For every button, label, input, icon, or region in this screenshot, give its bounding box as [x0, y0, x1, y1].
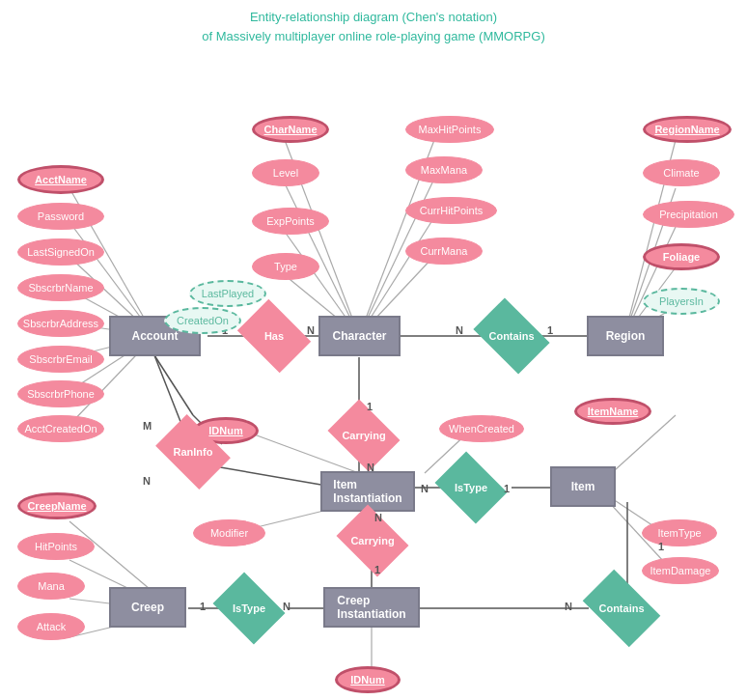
card-raninfo-n: N — [143, 475, 151, 487]
attr-attack: Attack — [17, 613, 85, 640]
card-contains-char: N — [456, 324, 463, 336]
attr-level: Level — [252, 159, 319, 186]
card-istype-creep-n: N — [283, 601, 290, 612]
attr-sbscremail: SbscrbrEmail — [17, 346, 104, 373]
attr-lastsignedon: LastSignedOn — [17, 238, 104, 266]
attr-foliage: Foliage — [643, 243, 720, 270]
attr-itemdamage: ItemDamage — [642, 557, 719, 584]
rel-has: Has — [244, 314, 304, 358]
rel-contains-creep: Contains — [589, 586, 654, 630]
card-contains-creep-1: 1 — [658, 541, 664, 552]
attr-acctcreatedon: AcctCreatedOn — [17, 415, 104, 442]
attr-password: Password — [17, 203, 104, 230]
rel-carrying-char: Carrying — [335, 413, 393, 458]
card-istype-creep-1: 1 — [200, 601, 206, 612]
rel-carrying-creep: Carrying — [344, 518, 401, 563]
attr-sbscrphone: SbscrbrPhone — [17, 380, 104, 407]
card-contains-region: 1 — [547, 324, 553, 336]
entity-character: Character — [318, 316, 401, 356]
attr-playersin: PlayersIn — [643, 288, 720, 315]
diagram-title: Entity-relationship diagram (Chen's nota… — [0, 0, 747, 45]
card-carrying-char-1: 1 — [367, 401, 373, 412]
card-carrying-creep-n: N — [374, 512, 382, 523]
attr-sbscraddress: SbscrbrAddress — [17, 310, 104, 337]
attr-exppoints: ExpPoints — [252, 208, 329, 235]
attr-maxhitpoints: MaxHitPoints — [405, 116, 494, 143]
card-has-character: N — [307, 324, 315, 336]
attr-type: Type — [252, 253, 319, 280]
attr-createdon: CreatedOn — [164, 307, 241, 334]
rel-raninfo: RanInfo — [162, 430, 224, 474]
diagram-container: Entity-relationship diagram (Chen's nota… — [0, 0, 747, 700]
rel-contains-region: Contains — [480, 314, 543, 358]
attr-modifier: Modifier — [193, 519, 265, 546]
card-carrying-creep-1: 1 — [374, 564, 380, 575]
card-istype-item-n: N — [421, 483, 429, 494]
svg-line-36 — [154, 355, 193, 415]
attr-sbscrname: SbscrbrName — [17, 274, 104, 301]
attr-precipitation: Precipitation — [643, 201, 734, 228]
card-istype-item-1: 1 — [504, 483, 510, 494]
attr-climate: Climate — [643, 159, 720, 186]
card-raninfo-m: M — [143, 420, 152, 432]
entity-item: Item — [550, 466, 616, 507]
rel-istype-item: IsType — [442, 465, 500, 510]
attr-mana: Mana — [17, 573, 85, 600]
attr-itemtype: ItemType — [642, 519, 717, 546]
entity-creep-instantiation: Creep Instantiation — [323, 587, 420, 628]
attr-itemname: ItemName — [574, 398, 651, 425]
attr-hitpoints: HitPoints — [17, 533, 95, 560]
attr-lastplayed: LastPlayed — [189, 280, 266, 307]
attr-regionname: RegionName — [643, 116, 732, 143]
attr-acctname: AcctName — [17, 165, 104, 194]
rel-istype-creep: IsType — [220, 586, 278, 630]
attr-creepname: CreepName — [17, 492, 97, 519]
attr-charname: CharName — [252, 116, 329, 143]
attr-whencreated: WhenCreated — [439, 415, 524, 442]
attr-maxmana: MaxMana — [405, 156, 483, 183]
card-contains-creep-n: N — [565, 601, 572, 612]
entity-creep: Creep — [109, 587, 186, 628]
attr-currhitpoints: CurrHitPoints — [405, 197, 497, 224]
entity-region: Region — [587, 316, 664, 356]
attr-currmana: CurrMana — [405, 238, 483, 265]
attr-idnum-creep: IDNum — [335, 666, 401, 693]
